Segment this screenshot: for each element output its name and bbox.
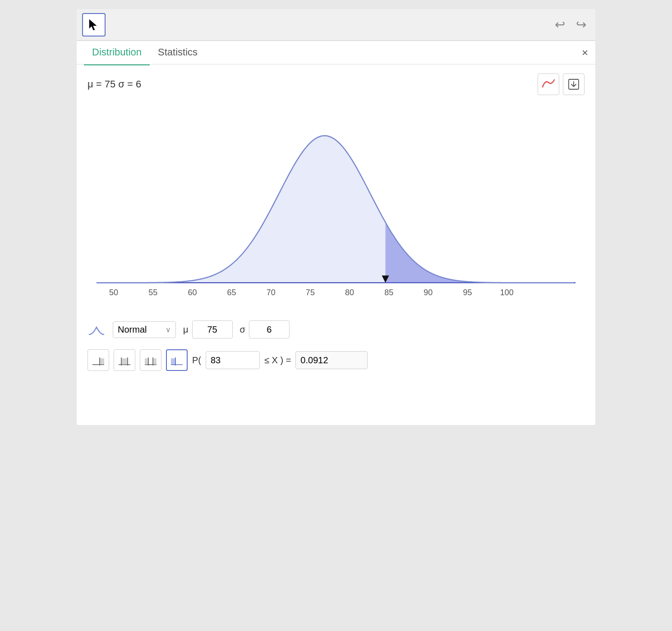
prob-condition-label: ≤ X ) = xyxy=(264,355,291,366)
two-tail-button[interactable] xyxy=(140,349,161,371)
app-container: ↩ ↪ Distribution Statistics × μ = 75 σ =… xyxy=(77,9,595,425)
distribution-icon xyxy=(87,320,106,338)
svg-text:55: 55 xyxy=(148,288,157,297)
prob-p-label: P( xyxy=(192,355,201,366)
svg-rect-28 xyxy=(171,358,175,365)
mu-input[interactable] xyxy=(192,320,233,338)
redo-button[interactable]: ↪ xyxy=(572,15,590,34)
svg-text:50: 50 xyxy=(109,288,118,297)
cursor-tool-button[interactable] xyxy=(82,13,106,37)
distribution-chart: 50 55 60 65 70 75 80 85 90 95 100 xyxy=(87,102,585,310)
svg-text:80: 80 xyxy=(345,288,354,297)
controls-row: Normal ∨ μ σ xyxy=(87,320,585,338)
middle-button[interactable] xyxy=(114,349,135,371)
undo-button[interactable]: ↩ xyxy=(551,15,569,34)
sigma-label: σ xyxy=(240,325,245,335)
sigma-group: σ xyxy=(240,320,290,338)
sigmoid-icon xyxy=(88,323,105,336)
close-panel-button[interactable]: × xyxy=(582,46,588,59)
wave-icon-button[interactable] xyxy=(538,73,559,95)
svg-text:65: 65 xyxy=(227,288,236,297)
prob-result-input[interactable] xyxy=(295,351,368,369)
chart-svg: 50 55 60 65 70 75 80 85 90 95 100 xyxy=(87,102,585,310)
svg-rect-14 xyxy=(386,107,585,288)
tab-distribution[interactable]: Distribution xyxy=(84,40,150,65)
svg-text:90: 90 xyxy=(423,288,433,297)
svg-text:75: 75 xyxy=(306,288,315,297)
svg-rect-23 xyxy=(145,358,148,365)
left-tail-icon xyxy=(170,354,184,366)
svg-text:85: 85 xyxy=(384,288,393,297)
distribution-name: Normal xyxy=(118,325,147,335)
right-tail-icon xyxy=(92,354,105,366)
svg-text:100: 100 xyxy=(500,288,514,297)
left-tail-button[interactable] xyxy=(166,349,188,371)
main-panel: Distribution Statistics × μ = 75 σ = 6 xyxy=(77,41,595,425)
undo-redo-group: ↩ ↪ xyxy=(551,15,590,34)
right-tail-button[interactable] xyxy=(87,349,109,371)
export-icon-button[interactable] xyxy=(563,73,585,95)
svg-marker-0 xyxy=(89,19,97,30)
tab-statistics[interactable]: Statistics xyxy=(150,40,206,65)
svg-rect-16 xyxy=(100,358,104,365)
svg-rect-19 xyxy=(121,358,128,365)
tab-bar: Distribution Statistics × xyxy=(77,41,595,64)
prob-x-input[interactable] xyxy=(206,351,260,369)
mu-group: μ xyxy=(183,320,233,338)
params-display: μ = 75 σ = 6 xyxy=(87,78,141,90)
wave-icon xyxy=(542,79,555,90)
svg-text:70: 70 xyxy=(267,288,276,297)
mu-label: μ xyxy=(183,325,189,335)
probability-row: P( ≤ X ) = xyxy=(87,349,585,371)
dropdown-arrow-icon: ∨ xyxy=(166,325,171,334)
panel-content: μ = 75 σ = 6 xyxy=(77,64,595,425)
params-header: μ = 75 σ = 6 xyxy=(87,73,585,95)
svg-text:60: 60 xyxy=(188,288,197,297)
middle-icon xyxy=(118,354,131,366)
toolbar: ↩ ↪ xyxy=(77,9,595,41)
sigma-input[interactable] xyxy=(249,320,290,338)
cursor-icon xyxy=(87,18,100,31)
svg-text:95: 95 xyxy=(463,288,472,297)
svg-rect-24 xyxy=(153,358,156,365)
icon-buttons-group xyxy=(538,73,585,95)
two-tail-icon xyxy=(144,354,157,366)
export-icon xyxy=(568,78,580,90)
distribution-dropdown[interactable]: Normal ∨ xyxy=(113,321,176,338)
